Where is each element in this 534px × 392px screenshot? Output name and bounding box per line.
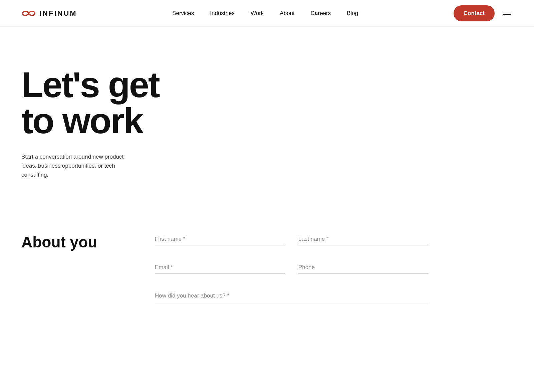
email-field [155, 261, 285, 274]
phone-field [298, 261, 429, 274]
hero-section: Let's get to work Start a conversation a… [0, 27, 200, 206]
email-phone-row [155, 261, 429, 274]
last-name-input[interactable] [298, 233, 429, 245]
phone-input[interactable] [298, 261, 429, 274]
logo-icon [21, 9, 36, 17]
name-row [155, 233, 429, 245]
first-name-field [155, 233, 285, 245]
menu-toggle[interactable] [501, 10, 513, 16]
nav-work[interactable]: Work [251, 10, 264, 17]
nav-industries[interactable]: Industries [210, 10, 235, 17]
hero-heading-line1: Let's get [21, 64, 159, 105]
nav-services[interactable]: Services [172, 10, 194, 17]
hero-heading-line2: to work [21, 101, 143, 141]
how-heard-input[interactable] [155, 290, 429, 302]
hero-heading: Let's get to work [21, 67, 179, 139]
main-nav: Services Industries Work About Careers B… [172, 10, 358, 17]
logo-text: INFINUM [39, 9, 77, 18]
nav-about[interactable]: About [280, 10, 294, 17]
site-header: INFINUM Services Industries Work About C… [0, 0, 534, 27]
hamburger-line-1 [503, 12, 511, 13]
contact-form-section: About you [0, 206, 534, 338]
nav-blog[interactable]: Blog [347, 10, 358, 17]
hamburger-line-2 [503, 14, 511, 15]
last-name-field [298, 233, 429, 245]
header-right: Contact [454, 5, 513, 21]
form-section-title: About you [21, 233, 101, 251]
logo[interactable]: INFINUM [21, 9, 77, 18]
first-name-input[interactable] [155, 233, 285, 245]
how-heard-field [155, 290, 429, 302]
form-area [155, 233, 429, 318]
hero-subtext: Start a conversation around new product … [21, 152, 128, 180]
nav-careers[interactable]: Careers [311, 10, 331, 17]
email-input[interactable] [155, 261, 285, 274]
contact-button[interactable]: Contact [454, 5, 495, 21]
